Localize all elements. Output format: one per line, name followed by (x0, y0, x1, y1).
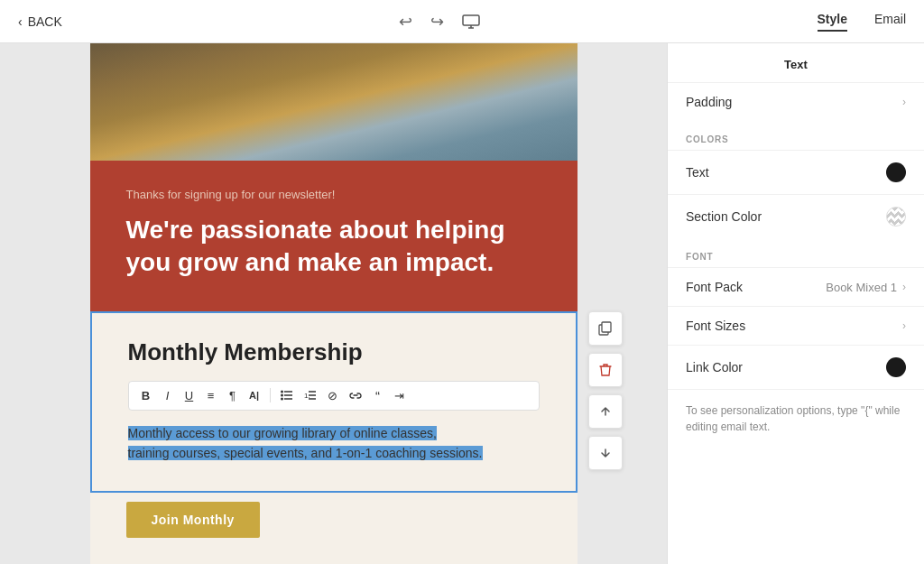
tab-style[interactable]: Style (818, 12, 847, 32)
highlighted-text-1: Monthly access to our growing library of… (128, 426, 437, 440)
svg-point-5 (281, 394, 283, 397)
underline-button[interactable]: U (181, 388, 198, 403)
font-pack-value: Book Mixed 1 › (826, 281, 906, 294)
colors-section-divider: COLORS (668, 121, 924, 150)
clear-format-button[interactable]: ⊘ (325, 388, 341, 403)
font-section-divider: FONT (668, 238, 924, 267)
toolbar-divider-1 (270, 388, 271, 402)
back-button[interactable]: ‹ BACK (18, 14, 62, 29)
cta-button[interactable]: Join Monthly (126, 502, 260, 538)
move-down-button[interactable] (588, 436, 623, 470)
section-color-swatch[interactable] (886, 207, 906, 227)
red-section-subtitle: Thanks for signing up for our newsletter… (126, 188, 541, 201)
italic-button[interactable]: I (160, 388, 176, 403)
text-color-row[interactable]: Text (668, 150, 924, 194)
cta-section: Join Monthly (90, 493, 578, 564)
main-layout: Thanks for signing up for our newsletter… (0, 43, 924, 564)
text-color-label: Text (686, 165, 709, 180)
body-section-heading: Monthly Membership (128, 338, 540, 366)
body-text[interactable]: Monthly access to our growing library of… (128, 423, 540, 464)
indent-button[interactable]: ⇥ (392, 388, 408, 403)
font-pack-chevron: › (902, 281, 906, 293)
text-color-swatch[interactable] (886, 162, 906, 182)
link-color-label: Link Color (686, 360, 743, 374)
hint-text: To see personalization options, type "{"… (668, 389, 924, 448)
top-center-controls: ↩ ↪ (399, 12, 480, 32)
back-arrow-icon: ‹ (18, 14, 23, 29)
hero-image (90, 43, 578, 161)
section-color-row[interactable]: Section Color (668, 194, 924, 238)
font-size-button[interactable]: A| (246, 389, 263, 402)
svg-rect-14 (602, 322, 611, 332)
svg-point-7 (281, 398, 283, 401)
link-color-swatch[interactable] (886, 357, 906, 377)
numbered-list-button[interactable]: 1. (301, 388, 319, 402)
bullet-list-button[interactable] (278, 388, 296, 402)
section-color-label: Section Color (686, 209, 762, 224)
floating-actions (588, 311, 623, 470)
highlighted-text-2: training courses, special events, and 1-… (128, 446, 483, 460)
top-tabs: Style Email (818, 12, 906, 32)
font-sizes-label: Font Sizes (686, 319, 745, 333)
content-area: Thanks for signing up for our newsletter… (0, 43, 667, 564)
paragraph-button[interactable]: ¶ (225, 388, 241, 403)
copy-section-button[interactable] (588, 311, 623, 346)
red-section: Thanks for signing up for our newsletter… (90, 161, 578, 311)
panel-title: Text (668, 43, 924, 82)
font-label: FONT (686, 252, 713, 262)
hero-image-placeholder (90, 43, 578, 161)
font-pack-row[interactable]: Font Pack Book Mixed 1 › (668, 267, 924, 306)
body-wrapper: Monthly Membership B I U ≡ ¶ A| (90, 311, 578, 493)
quote-button[interactable]: “ (370, 387, 386, 404)
redo-icon[interactable]: ↪ (430, 12, 444, 32)
back-label: BACK (28, 14, 62, 29)
desktop-icon[interactable] (462, 14, 480, 29)
align-button[interactable]: ≡ (203, 388, 219, 403)
link-button[interactable] (346, 389, 365, 402)
undo-icon[interactable]: ↩ (399, 12, 412, 32)
top-bar: ‹ BACK ↩ ↪ Style Email (0, 0, 924, 43)
email-canvas: Thanks for signing up for our newsletter… (90, 43, 578, 564)
padding-row[interactable]: Padding › (668, 82, 924, 121)
bold-button[interactable]: B (138, 388, 154, 403)
font-sizes-row[interactable]: Font Sizes › (668, 306, 924, 345)
link-color-row[interactable]: Link Color (668, 345, 924, 389)
colors-label: COLORS (686, 134, 729, 144)
text-formatting-toolbar: B I U ≡ ¶ A| 1. ⊘ (128, 381, 540, 411)
font-sizes-chevron: › (902, 319, 906, 332)
svg-rect-0 (463, 15, 479, 25)
font-pack-label: Font Pack (686, 280, 743, 294)
padding-chevron: › (902, 96, 906, 108)
red-section-headline: We're passionate about helping you grow … (126, 214, 541, 280)
padding-label: Padding (686, 95, 732, 109)
move-up-button[interactable] (588, 394, 623, 429)
tab-email[interactable]: Email (874, 12, 906, 32)
right-panel: Text Padding › COLORS Text Section Color… (667, 43, 924, 564)
svg-point-3 (281, 391, 283, 393)
body-section[interactable]: Monthly Membership B I U ≡ ¶ A| (90, 311, 578, 493)
delete-section-button[interactable] (588, 353, 623, 387)
